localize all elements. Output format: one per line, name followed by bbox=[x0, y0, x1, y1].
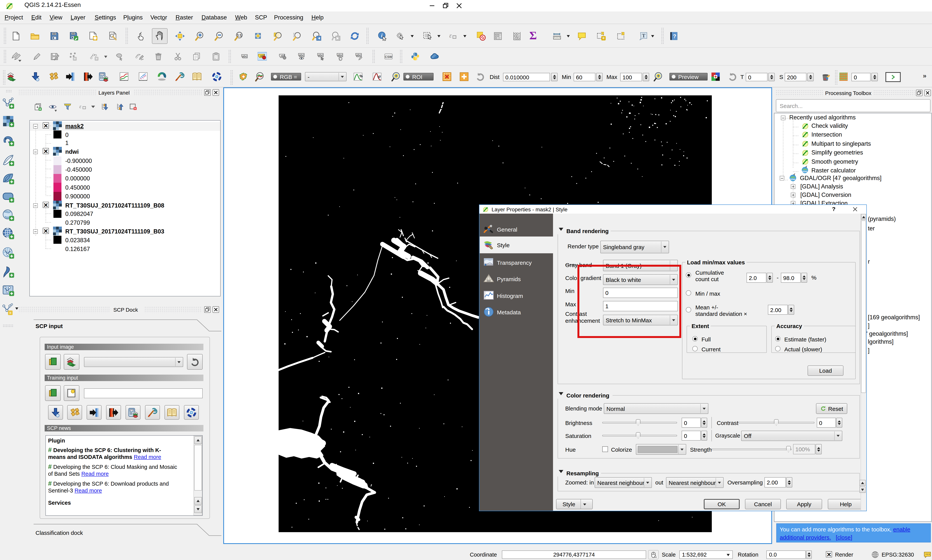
svg-text:✳: ✳ bbox=[9, 311, 12, 315]
svg-text:ε: ε bbox=[79, 103, 82, 109]
